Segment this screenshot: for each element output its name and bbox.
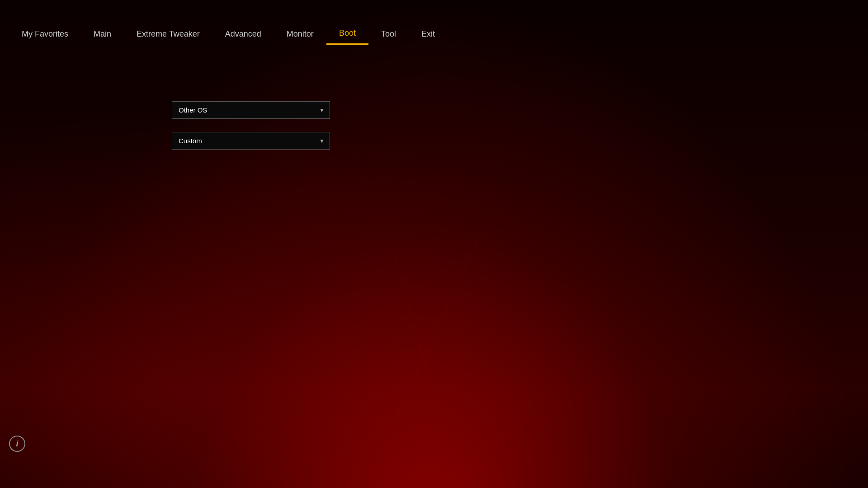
nav-boot[interactable]: Boot — [326, 23, 368, 45]
os-type-dropdown-wrapper: Other OS Windows UEFI — [172, 101, 330, 119]
nav-monitor[interactable]: Monitor — [274, 24, 326, 44]
os-type-dropdown[interactable]: Other OS Windows UEFI — [172, 101, 330, 119]
info-icon[interactable]: i — [9, 436, 25, 452]
nav-main[interactable]: Main — [81, 24, 124, 44]
secure-boot-mode-dropdown[interactable]: Custom Standard — [172, 132, 330, 150]
info-icon-container: i — [9, 436, 25, 452]
nav-extreme-tweaker[interactable]: Extreme Tweaker — [124, 24, 212, 44]
background-lines — [0, 239, 868, 420]
nav-my-favorites[interactable]: My Favorites — [9, 24, 81, 44]
app-root: ROG UEFI BIOS Utility – Advanced Mode 05… — [0, 0, 868, 488]
nav-exit[interactable]: Exit — [409, 24, 448, 44]
nav-advanced[interactable]: Advanced — [212, 24, 274, 44]
secure-boot-mode-dropdown-wrapper: Custom Standard — [172, 132, 330, 150]
nav-tool[interactable]: Tool — [368, 24, 409, 44]
